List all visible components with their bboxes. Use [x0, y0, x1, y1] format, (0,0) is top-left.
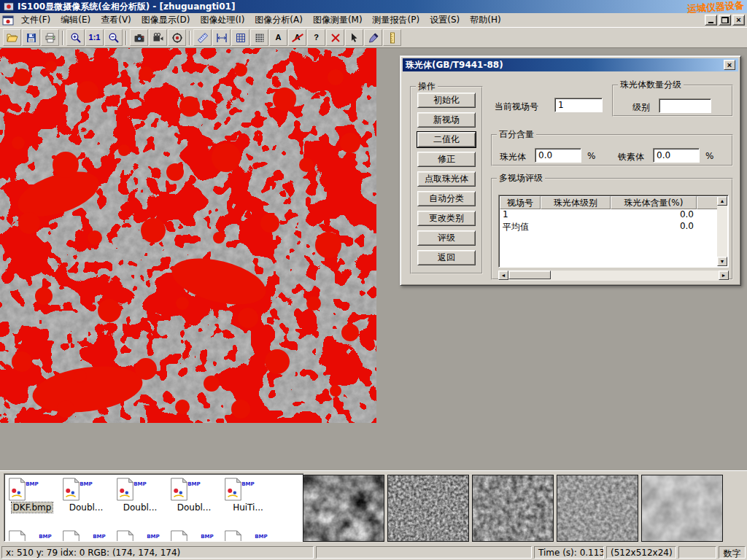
grid-button[interactable]: [231, 29, 249, 46]
auto-classify-button[interactable]: 自动分类: [417, 191, 476, 206]
menu-settings[interactable]: 设置(S): [425, 12, 465, 28]
scroll-down-button[interactable]: ▼: [717, 257, 727, 266]
header-pearlite-content[interactable]: 珠光体含量(%): [611, 196, 697, 209]
file-item[interactable]: BMP: [6, 529, 58, 542]
dropper-button[interactable]: [364, 29, 382, 46]
file-name[interactable]: DKF.bmp: [12, 502, 53, 513]
table-row[interactable]: 平均值 0.0: [500, 221, 717, 233]
return-button[interactable]: 返回: [417, 250, 476, 265]
file-item[interactable]: BMP DKF.bmp: [6, 477, 58, 513]
header-field-number[interactable]: 视场号: [500, 196, 541, 209]
print-button[interactable]: [41, 29, 59, 46]
mdi-restore-button[interactable]: [719, 15, 731, 26]
text-off-button[interactable]: A: [288, 29, 306, 46]
menu-edit[interactable]: 编辑(E): [55, 12, 96, 28]
status-mode: 数字: [719, 546, 746, 559]
measure-line-button[interactable]: [193, 29, 212, 46]
dialog-title-bar[interactable]: 珠光体(GB/T9441-88) ×: [403, 58, 738, 71]
zoom-in-button[interactable]: [66, 29, 85, 46]
save-button[interactable]: [22, 29, 40, 46]
table-row[interactable]: 1 0.0: [500, 209, 717, 221]
mdi-close-button[interactable]: ×: [732, 15, 745, 26]
menu-help[interactable]: 帮助(H): [465, 12, 506, 28]
pick-button[interactable]: [345, 29, 363, 46]
child-window-icon[interactable]: [2, 15, 14, 26]
capture-button[interactable]: [168, 29, 186, 46]
dialog-close-button[interactable]: ×: [724, 60, 735, 70]
delete-button[interactable]: [326, 29, 344, 46]
stamp-button[interactable]: [250, 29, 268, 46]
current-view-label: 当前视场号: [495, 101, 538, 113]
file-item[interactable]: BMP Doubl...: [168, 477, 220, 513]
zoom-out-button[interactable]: [104, 29, 123, 46]
multi-view-table[interactable]: 视场号 珠光体级别 珠光体含量(%) 铁素 1 0.0 平均值: [498, 195, 729, 268]
binarize-button[interactable]: 二值化: [417, 132, 476, 147]
grade-button[interactable]: 评级: [417, 230, 476, 246]
ferrite-percent-input[interactable]: [653, 148, 700, 163]
file-name[interactable]: Doubl...: [176, 502, 213, 513]
scroll-right-button[interactable]: ►: [719, 271, 729, 280]
pearlite-percent-input[interactable]: [535, 148, 581, 163]
video-button[interactable]: [149, 29, 167, 46]
new-field-button[interactable]: 新视场: [417, 112, 476, 128]
grade-input[interactable]: [659, 98, 711, 113]
thumbnail-1[interactable]: [303, 475, 384, 542]
toolbar: 1:1: [0, 28, 747, 48]
file-name[interactable]: HuiTi...: [231, 502, 265, 513]
menu-measure-report[interactable]: 测量报告(P): [368, 12, 425, 28]
header-ferrite[interactable]: 铁素: [697, 196, 719, 209]
file-name[interactable]: Doubl...: [122, 502, 159, 513]
file-name[interactable]: Doubl...: [68, 502, 105, 513]
initialize-button[interactable]: 初始化: [417, 93, 476, 108]
actual-size-button[interactable]: 1:1: [85, 29, 104, 46]
scrollbar-track[interactable]: [551, 271, 719, 281]
table-vertical-scrollbar[interactable]: ▲ ▼: [717, 196, 727, 266]
ferrite-label: 铁素体: [618, 151, 644, 163]
pick-pearlite-button[interactable]: 点取珠光体: [417, 171, 476, 187]
menu-image-analysis[interactable]: 图像分析(A): [249, 12, 308, 28]
menu-view[interactable]: 查看(V): [96, 12, 136, 28]
file-item[interactable]: BMP Doubl...: [114, 477, 166, 513]
thumbnail-5[interactable]: [641, 475, 723, 542]
bmp-file-icon: BMP: [6, 477, 58, 502]
scrollbar-thumb[interactable]: [508, 271, 551, 279]
menu-image-measure[interactable]: 图像测量(M): [308, 12, 368, 28]
thumbnail-2[interactable]: [387, 475, 469, 542]
menu-image-process[interactable]: 图像处理(I): [195, 12, 249, 28]
ferrite-percent-sign: %: [705, 151, 713, 161]
operations-group-label: 操作: [416, 80, 438, 93]
table-horizontal-scrollbar[interactable]: ◄ ►: [498, 271, 729, 281]
text-button[interactable]: A: [269, 29, 287, 46]
app-icon: [3, 1, 15, 12]
help-button[interactable]: ?: [307, 29, 325, 46]
thumbnail-3[interactable]: [472, 475, 554, 542]
cell-ferrite: [697, 221, 717, 233]
bmp-badge: BMP: [255, 534, 267, 540]
grid-icon: [235, 32, 247, 44]
bmp-file-icon: BMP: [60, 477, 112, 502]
caliper-button[interactable]: [212, 29, 231, 46]
open-button[interactable]: [3, 29, 21, 46]
menu-image-display[interactable]: 图像显示(D): [136, 12, 196, 28]
floppy-icon: [26, 32, 37, 44]
file-item[interactable]: BMP: [114, 529, 166, 542]
menu-file[interactable]: 文件(F): [16, 12, 55, 28]
header-pearlite-grade[interactable]: 珠光体级别: [541, 196, 611, 209]
file-item[interactable]: BMP: [222, 529, 274, 542]
vertical-ruler-icon: [387, 32, 398, 44]
correct-button[interactable]: 修正: [417, 152, 476, 167]
file-item[interactable]: BMP: [168, 529, 220, 542]
camera-button[interactable]: [130, 29, 148, 46]
scroll-up-button[interactable]: ▲: [717, 196, 727, 206]
mdi-minimize-button[interactable]: [705, 15, 717, 26]
file-item[interactable]: BMP: [60, 529, 112, 542]
thumbnail-4[interactable]: [557, 475, 638, 542]
scroll-left-button[interactable]: ◄: [498, 271, 508, 280]
current-view-input[interactable]: [554, 98, 603, 112]
metallographic-image[interactable]: [0, 48, 376, 423]
file-item[interactable]: BMP Doubl...: [60, 477, 112, 513]
file-item[interactable]: BMP HuiTi...: [222, 477, 274, 513]
grade-count-group: 珠光体数量分级 级别: [612, 79, 733, 117]
change-class-button[interactable]: 更改类别: [417, 211, 476, 226]
ruler-button[interactable]: [383, 29, 401, 46]
